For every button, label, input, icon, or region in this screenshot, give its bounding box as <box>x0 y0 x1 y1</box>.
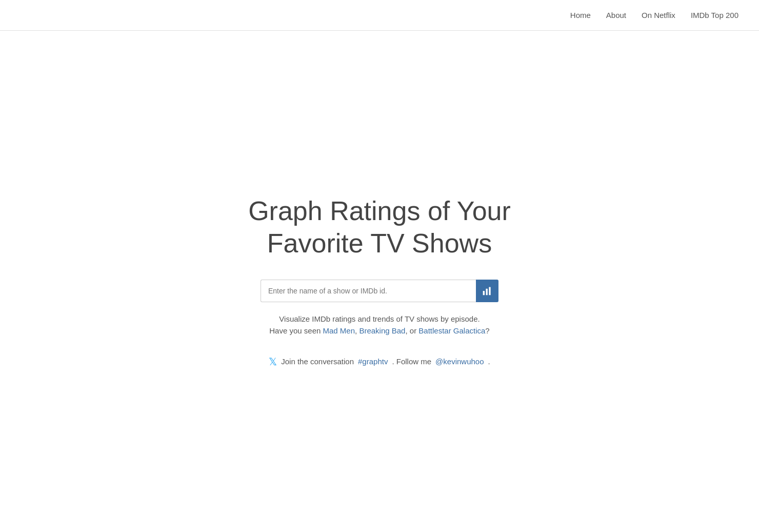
main-content: Graph Ratings of Your Favorite TV Shows … <box>0 31 759 532</box>
twitter-hashtag[interactable]: #graphtv <box>358 357 388 366</box>
search-container <box>261 280 498 302</box>
search-input[interactable] <box>261 280 476 302</box>
show-links-suffix: ? <box>485 326 489 335</box>
twitter-suffix: . <box>488 357 490 366</box>
svg-rect-0 <box>483 291 484 295</box>
search-button[interactable] <box>476 280 498 302</box>
twitter-icon: 𝕏 <box>269 356 277 368</box>
nav-home[interactable]: Home <box>570 11 591 19</box>
twitter-section: 𝕏 Join the conversation #graphtv. Follow… <box>269 356 490 368</box>
main-nav: Home About On Netflix IMDb Top 200 <box>0 0 759 31</box>
show-link-breaking-bad[interactable]: Breaking Bad <box>359 326 405 335</box>
nav-imdb-top-200[interactable]: IMDb Top 200 <box>691 11 738 19</box>
nav-about[interactable]: About <box>606 11 626 19</box>
twitter-prefix: Join the conversation <box>281 357 354 366</box>
hero-title-line1: Graph Ratings of Your <box>248 196 511 226</box>
bar-chart-icon <box>482 286 492 296</box>
twitter-middle: . Follow me <box>392 357 431 366</box>
show-links-sep2: , or <box>405 326 418 335</box>
show-link-mad-men[interactable]: Mad Men <box>323 326 355 335</box>
hero-title-line2: Favorite TV Shows <box>267 228 492 258</box>
show-links: Have you seen Mad Men, Breaking Bad, or … <box>269 326 489 335</box>
subtitle-text: Visualize IMDb ratings and trends of TV … <box>279 314 480 323</box>
hero-title: Graph Ratings of Your Favorite TV Shows <box>248 195 511 259</box>
nav-on-netflix[interactable]: On Netflix <box>642 11 675 19</box>
show-links-prefix: Have you seen <box>269 326 323 335</box>
twitter-handle[interactable]: @kevinwuhoo <box>435 357 484 366</box>
svg-rect-1 <box>486 289 487 295</box>
svg-rect-2 <box>489 287 490 295</box>
show-link-battlestar[interactable]: Battlestar Galactica <box>418 326 485 335</box>
